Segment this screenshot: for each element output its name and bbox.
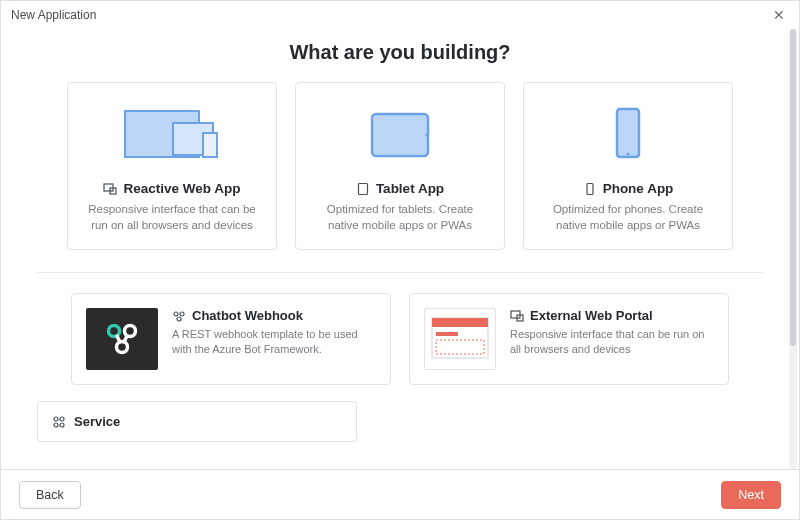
svg-point-23 [54, 417, 58, 421]
svg-point-16 [177, 317, 181, 321]
chatbot-thumbnail [86, 308, 158, 370]
card-external-web-portal[interactable]: External Web Portal Responsive interface… [409, 293, 729, 385]
top-card-row: Reactive Web App Responsive interface th… [37, 82, 763, 250]
webhook-icon [172, 309, 186, 323]
svg-point-15 [180, 312, 184, 316]
portal-thumbnail [424, 308, 496, 370]
tablet-icon [356, 182, 370, 196]
svg-rect-7 [358, 183, 367, 194]
separator [37, 272, 763, 273]
card-title: External Web Portal [530, 308, 653, 323]
card-title: Phone App [603, 181, 674, 196]
card-title-row: Phone App [583, 181, 674, 196]
svg-point-14 [174, 312, 178, 316]
window-title: New Application [11, 8, 96, 22]
phone-illustration [603, 101, 653, 171]
scrollbar-thumb[interactable] [790, 29, 796, 346]
close-icon[interactable]: ✕ [769, 5, 789, 25]
svg-rect-18 [432, 318, 488, 327]
phone-icon [583, 182, 597, 196]
card-title-row: Tablet App [356, 181, 444, 196]
page-title: What are you building? [37, 41, 763, 64]
card-body: Chatbot Webhook A REST webhook template … [172, 308, 376, 357]
card-title: Reactive Web App [123, 181, 240, 196]
responsive-icon [510, 309, 524, 323]
back-button[interactable]: Back [19, 481, 81, 509]
service-icon [52, 415, 66, 429]
footer: Back Next [1, 469, 799, 519]
card-service[interactable]: Service [37, 401, 357, 442]
bottom-card-row: Service [37, 401, 763, 442]
scrollbar-track[interactable] [789, 29, 797, 469]
svg-point-25 [54, 423, 58, 427]
reactive-web-app-illustration [117, 101, 227, 171]
card-reactive-web-app[interactable]: Reactive Web App Responsive interface th… [67, 82, 277, 250]
card-desc: A REST webhook template to be used with … [172, 327, 376, 357]
card-desc: Optimized for phones. Create native mobi… [540, 202, 716, 233]
svg-point-6 [425, 133, 428, 136]
card-tablet-app[interactable]: Tablet App Optimized for tablets. Create… [295, 82, 505, 250]
card-title: Chatbot Webhook [192, 308, 303, 323]
svg-point-9 [626, 152, 629, 155]
card-title-row: Reactive Web App [103, 181, 240, 196]
svg-rect-2 [203, 133, 217, 157]
responsive-icon [103, 182, 117, 196]
card-title-row: Chatbot Webhook [172, 308, 376, 323]
svg-rect-8 [617, 109, 639, 157]
wide-card-row: Chatbot Webhook A REST webhook template … [37, 293, 763, 385]
svg-point-24 [60, 417, 64, 421]
card-desc: Optimized for tablets. Create native mob… [312, 202, 488, 233]
card-title: Service [74, 414, 120, 429]
svg-rect-5 [372, 114, 428, 156]
svg-point-26 [60, 423, 64, 427]
card-title-row: External Web Portal [510, 308, 714, 323]
svg-rect-19 [436, 332, 458, 336]
svg-rect-10 [587, 183, 593, 194]
next-button[interactable]: Next [721, 481, 781, 509]
card-chatbot-webhook[interactable]: Chatbot Webhook A REST webhook template … [71, 293, 391, 385]
content-area: What are you building? Re [1, 29, 799, 469]
new-application-modal: New Application ✕ What are you building? [0, 0, 800, 520]
card-title: Tablet App [376, 181, 444, 196]
tablet-illustration [360, 101, 440, 171]
card-phone-app[interactable]: Phone App Optimized for phones. Create n… [523, 82, 733, 250]
card-body: External Web Portal Responsive interface… [510, 308, 714, 357]
titlebar: New Application ✕ [1, 1, 799, 29]
card-desc: Responsive interface that can be run on … [84, 202, 260, 233]
svg-point-13 [117, 342, 128, 353]
card-desc: Responsive interface that can be run on … [510, 327, 714, 357]
